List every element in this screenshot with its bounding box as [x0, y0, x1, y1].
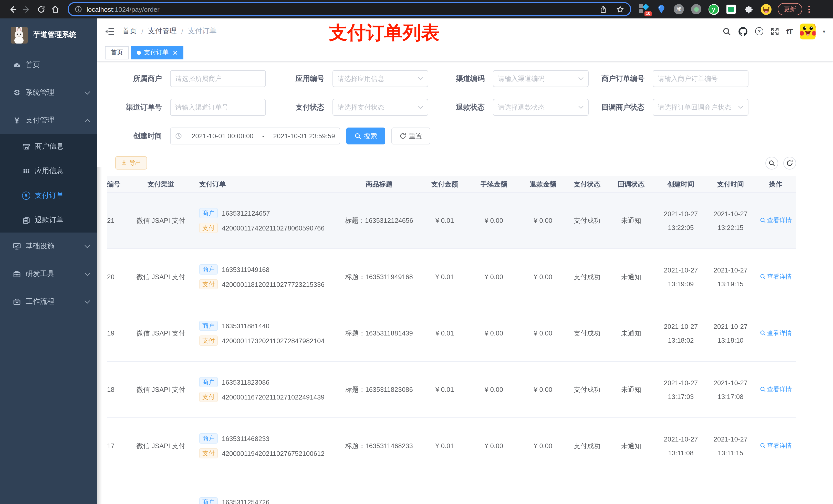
magnifier-icon [760, 443, 766, 449]
tab-pay-order[interactable]: 支付订单 [131, 46, 184, 59]
search-icon[interactable] [722, 27, 731, 35]
chevron-down-icon [578, 77, 584, 80]
col-pay-amount: 支付金额 [420, 179, 469, 189]
sidebar-item-refund-order[interactable]: 退款订单 [0, 208, 97, 233]
reset-button[interactable]: 重置 [391, 127, 430, 144]
fee-amount: ¥ 0.00 [469, 329, 519, 337]
export-button[interactable]: 导出 [115, 156, 147, 170]
tab-home[interactable]: 首页 [105, 46, 128, 59]
github-icon[interactable] [738, 26, 748, 36]
browser-update-button[interactable]: 更新 [778, 3, 802, 15]
extensions-puzzle-icon[interactable] [743, 4, 754, 15]
notify-status: 未通知 [606, 329, 656, 338]
close-icon[interactable] [173, 50, 178, 55]
document-icon [21, 216, 31, 224]
collapse-sidebar-icon[interactable] [105, 27, 115, 35]
pay-amount: ¥ 0.01 [420, 273, 469, 281]
refresh-table-button[interactable] [783, 157, 796, 169]
merchant-select[interactable] [170, 70, 266, 87]
view-details-link[interactable]: 查看详情 [760, 329, 792, 338]
bookmark-star-icon[interactable] [616, 5, 624, 13]
notify-status: 未通知 [606, 216, 656, 225]
filter-label-channel-code: 渠道编码 [428, 74, 493, 83]
sidebar-item-app-info[interactable]: 应用信息 [0, 159, 97, 183]
pay-status-select[interactable] [332, 99, 428, 116]
breadcrumb-home[interactable]: 首页 [122, 27, 137, 36]
font-size-icon[interactable]: tT [786, 27, 792, 35]
channel-order-no-field[interactable] [170, 99, 266, 116]
order-id: 18 [107, 386, 122, 393]
notify-status-input[interactable] [658, 103, 736, 111]
sidebar-item-dev-tools[interactable]: 研发工具 [0, 260, 97, 288]
sidebar-item-pay[interactable]: ¥ 支付管理 [0, 106, 97, 134]
col-created-time: 创建时间 [656, 179, 706, 189]
user-menu-caret-icon[interactable]: ▾ [823, 28, 825, 34]
channel-order-no-input[interactable] [175, 103, 261, 111]
fee-amount: ¥ 0.00 [469, 273, 519, 281]
sidebar-item-workflow[interactable]: 工作流程 [0, 288, 97, 315]
url-bar[interactable]: localhost:1024/pay/order [68, 2, 631, 16]
actions-cell: 查看详情 [755, 329, 796, 338]
extension-balloon-icon[interactable] [656, 4, 667, 15]
chevron-up-icon [85, 119, 90, 122]
created-time: 2021-10-2713:11:08 [656, 435, 706, 457]
sidebar-item-merchant-info[interactable]: 商户信息 [0, 134, 97, 159]
search-button[interactable]: 搜索 [346, 127, 385, 144]
table-row: 19 微信 JSAPI 支付 商户 1635311881440 支付 42000… [107, 305, 796, 362]
merchant-select-input[interactable] [175, 75, 261, 82]
pay-order-no: 4200001194202110276752100612 [222, 450, 325, 457]
filter-label-notify-status: 回调商户状态 [589, 103, 653, 112]
notify-status: 未通知 [606, 385, 656, 394]
app-select-input[interactable] [338, 75, 416, 82]
pay-status-input[interactable] [338, 103, 416, 111]
view-details-link[interactable]: 查看详情 [760, 441, 792, 450]
created-time: 2021-10-2713:18:02 [656, 322, 706, 344]
notify-status: 未通知 [606, 441, 656, 451]
merchant-order-no-input[interactable] [658, 75, 743, 82]
breadcrumb-pay-manage[interactable]: 支付管理 [148, 27, 177, 36]
clock-icon [175, 133, 182, 139]
share-icon[interactable] [599, 5, 607, 13]
product-title: 标题：1635311823086 [338, 385, 420, 394]
view-details-link[interactable]: 查看详情 [760, 272, 792, 281]
actions-cell: 查看详情 [755, 272, 796, 282]
pay-tag: 支付 [199, 448, 218, 458]
yen-circle-icon: ¥ [21, 192, 31, 200]
channel-code-input[interactable] [498, 75, 576, 82]
browser-reload-button[interactable] [34, 2, 48, 16]
browser-back-button[interactable] [5, 2, 20, 16]
refund-status-input[interactable] [498, 103, 576, 111]
extension-command-icon[interactable]: ⌘ [673, 4, 685, 15]
extension-y-icon[interactable]: y [708, 4, 719, 15]
table-row: 18 微信 JSAPI 支付 商户 1635311823086 支付 42000… [107, 362, 796, 418]
browser-home-button[interactable] [48, 2, 63, 16]
extension-green-dot-icon[interactable] [691, 4, 702, 15]
merchant-order-no-field[interactable] [653, 70, 748, 87]
toggle-search-button[interactable] [765, 157, 778, 169]
extension-diamond-icon[interactable]: 10 [638, 4, 649, 15]
notify-status-select[interactable] [653, 99, 748, 116]
avatar[interactable] [800, 23, 815, 39]
extension-emoji-icon[interactable] [760, 4, 771, 15]
sidebar-item-home[interactable]: 首页 [0, 51, 97, 79]
merchant-order-no: 1635311949168 [222, 266, 269, 273]
refund-status-select[interactable] [493, 99, 589, 116]
app-select[interactable] [332, 70, 428, 87]
browser-menu-icon[interactable] [808, 6, 810, 13]
refresh-icon [786, 160, 793, 166]
sidebar-item-infrastructure[interactable]: 基础设施 [0, 233, 97, 260]
site-info-icon[interactable] [75, 6, 82, 13]
product-title: 标题：1635312124656 [338, 216, 420, 225]
sidebar-item-pay-order[interactable]: ¥ 支付订单 [0, 183, 97, 208]
created-time: 2021-10-2713:17:03 [656, 379, 706, 400]
view-details-link[interactable]: 查看详情 [760, 216, 792, 225]
fullscreen-icon[interactable] [770, 27, 779, 35]
browser-forward-button[interactable] [20, 2, 34, 16]
sidebar-item-system[interactable]: ⚙ 系统管理 [0, 79, 97, 106]
dashboard-icon [12, 61, 22, 69]
view-details-link[interactable]: 查看详情 [760, 385, 792, 394]
extension-chat-icon[interactable] [725, 4, 737, 15]
create-time-range-picker[interactable]: 2021-10-01 00:00:00 - 2021-10-31 23:59:5… [170, 127, 340, 144]
help-icon[interactable]: ? [755, 27, 763, 35]
channel-code-select[interactable] [493, 70, 589, 87]
